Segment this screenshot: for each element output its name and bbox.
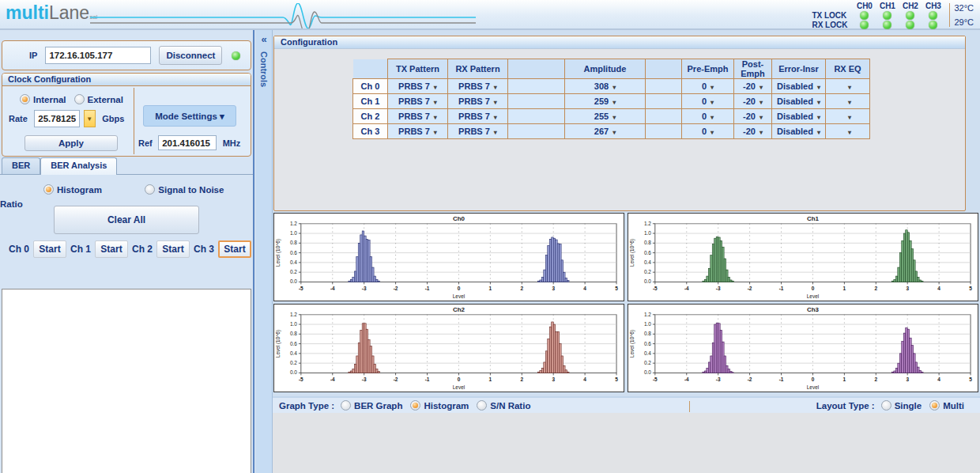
apply-button[interactable]: Apply	[24, 135, 118, 151]
svg-text:0.4: 0.4	[644, 350, 651, 356]
config-cell-r1c1[interactable]: PRBS 7▾	[388, 94, 448, 109]
config-col-4: Amplitude	[565, 59, 646, 79]
svg-text:0.8: 0.8	[290, 240, 297, 245]
svg-text:1.2: 1.2	[644, 312, 651, 317]
config-cell-r3c6[interactable]: 0▾	[682, 124, 734, 139]
layout-type-label-single: Single	[895, 401, 922, 411]
config-cell-r1c2[interactable]: PRBS 7▾	[448, 94, 508, 109]
config-cell-r2c4[interactable]: 255▾	[565, 109, 646, 124]
start-button-ch0[interactable]: Start	[33, 240, 66, 258]
collapse-chevron-icon[interactable]: «	[256, 33, 272, 45]
tab-ber-analysis[interactable]: BER Analysis	[40, 157, 117, 175]
graph-bar-divider	[689, 401, 690, 412]
config-cell-r1c7[interactable]: -20▾	[734, 94, 772, 109]
graph-type-label-ber-graph: BER Graph	[354, 401, 402, 411]
graph-options-bar: Graph Type : BER GraphHistogramS/N Ratio…	[273, 396, 980, 413]
svg-text:Level (10^6): Level (10^6)	[629, 239, 635, 267]
config-row-label-2: Ch 2	[353, 109, 388, 124]
temperature-readouts: 32°C 29°C	[949, 3, 974, 27]
config-cell-r2c7[interactable]: -20▾	[734, 109, 772, 124]
configuration-panel: Configuration TX PatternRX PatternAmplit…	[273, 36, 966, 211]
internal-clock-radio[interactable]	[20, 94, 30, 104]
start-channel-label-1: Ch 1	[70, 244, 91, 255]
config-cell-r2c8[interactable]: Disabled▾	[772, 109, 826, 124]
svg-text:Ch1: Ch1	[807, 215, 820, 222]
config-cell-r3c3	[508, 124, 565, 139]
ip-address-input[interactable]	[45, 47, 151, 64]
svg-text:4: 4	[937, 286, 940, 291]
ref-input[interactable]	[158, 135, 217, 150]
svg-text:1: 1	[843, 377, 846, 382]
svg-text:Level: Level	[807, 384, 819, 390]
svg-text:2: 2	[520, 286, 523, 291]
start-button-ch2[interactable]: Start	[156, 240, 190, 258]
results-list-area[interactable]	[2, 289, 251, 473]
start-button-ch1[interactable]: Start	[95, 240, 128, 258]
start-button-ch3[interactable]: Start	[218, 240, 251, 258]
graph-type-label-s-n-ratio: S/N Ratio	[490, 401, 530, 411]
graph-type-radio-ber-graph[interactable]	[341, 400, 351, 411]
config-cell-r2c1[interactable]: PRBS 7▾	[388, 109, 448, 124]
config-cell-r0c9[interactable]: ▾	[826, 79, 870, 94]
config-cell-r3c4[interactable]: 267▾	[565, 124, 646, 139]
graph-type-radio-s-n-ratio[interactable]	[477, 400, 487, 411]
config-col-6: Pre-Emph	[682, 59, 734, 79]
svg-text:0: 0	[812, 286, 815, 291]
tx-lock-label: TX LOCK	[812, 11, 853, 20]
svg-text:0.2: 0.2	[290, 269, 297, 274]
config-cell-r2c6[interactable]: 0▾	[682, 109, 734, 124]
snr-radio[interactable]	[145, 184, 155, 195]
ref-label: Ref	[138, 138, 153, 148]
rate-dropdown-button[interactable]: ▼	[84, 110, 96, 127]
config-cell-r2c2[interactable]: PRBS 7▾	[448, 109, 508, 124]
config-cell-r1c8[interactable]: Disabled▾	[772, 94, 826, 109]
config-cell-r1c6[interactable]: 0▾	[682, 94, 734, 109]
svg-text:2: 2	[520, 377, 523, 382]
config-cell-r3c9[interactable]: ▾	[826, 124, 870, 139]
lock-led-grid: CH0CH1CH2CH3TX LOCKRX LOCK	[812, 1, 944, 29]
config-cell-r1c9[interactable]: ▾	[826, 94, 870, 109]
connection-status-led	[232, 51, 240, 60]
config-cell-r3c8[interactable]: Disabled▾	[772, 124, 826, 139]
app-header: multiLanesal CH0CH1CH2CH3TX LOCKRX LOCK …	[0, 0, 980, 30]
svg-text:5: 5	[969, 377, 972, 382]
config-cell-r3c7[interactable]: -20▾	[734, 124, 772, 139]
rx-lock-led-ch2	[906, 21, 914, 29]
rate-input[interactable]	[34, 110, 80, 127]
svg-text:Ch0: Ch0	[453, 215, 466, 222]
config-cell-r0c4[interactable]: 308▾	[565, 79, 646, 94]
svg-text:0: 0	[458, 286, 461, 291]
channel-header-ch3: CH3	[922, 2, 944, 10]
clear-all-button[interactable]: Clear All	[54, 206, 199, 234]
config-cell-r3c2[interactable]: PRBS 7▾	[448, 124, 508, 139]
config-cell-r0c7[interactable]: -20▾	[734, 79, 772, 94]
svg-text:-1: -1	[779, 377, 784, 382]
config-cell-r0c6[interactable]: 0▾	[682, 79, 734, 94]
start-channel-label-2: Ch 2	[132, 244, 153, 255]
svg-text:-3: -3	[716, 377, 721, 382]
svg-text:0.0: 0.0	[290, 278, 297, 284]
graph-type-radio-histogram[interactable]	[410, 400, 420, 411]
mode-settings-button[interactable]: Mode Settings ▾	[143, 105, 236, 127]
layout-type-radio-single[interactable]	[881, 400, 891, 411]
config-cell-r0c1[interactable]: PRBS 7▾	[388, 79, 448, 94]
svg-text:-1: -1	[779, 286, 784, 291]
svg-text:-4: -4	[684, 377, 689, 382]
svg-text:1: 1	[843, 286, 846, 291]
tab-ber[interactable]: BER	[2, 157, 40, 175]
config-cell-r0c8[interactable]: Disabled▾	[772, 79, 826, 94]
config-cell-r0c2[interactable]: PRBS 7▾	[448, 79, 508, 94]
svg-text:-4: -4	[330, 286, 335, 291]
config-col-7: Post-Emph	[734, 59, 772, 79]
config-cell-r1c4[interactable]: 259▾	[565, 94, 646, 109]
external-clock-radio[interactable]	[74, 94, 85, 104]
config-cell-r2c9[interactable]: ▾	[826, 109, 870, 124]
histogram-radio[interactable]	[43, 184, 54, 195]
layout-type-radio-multi[interactable]	[929, 400, 940, 411]
svg-text:3: 3	[906, 377, 909, 382]
disconnect-button[interactable]: Disconnect	[159, 46, 222, 65]
config-cell-r3c1[interactable]: PRBS 7▾	[388, 124, 448, 139]
config-col-3	[508, 59, 565, 79]
svg-text:1.2: 1.2	[644, 221, 651, 226]
rx-lock-led-ch1	[883, 21, 891, 29]
